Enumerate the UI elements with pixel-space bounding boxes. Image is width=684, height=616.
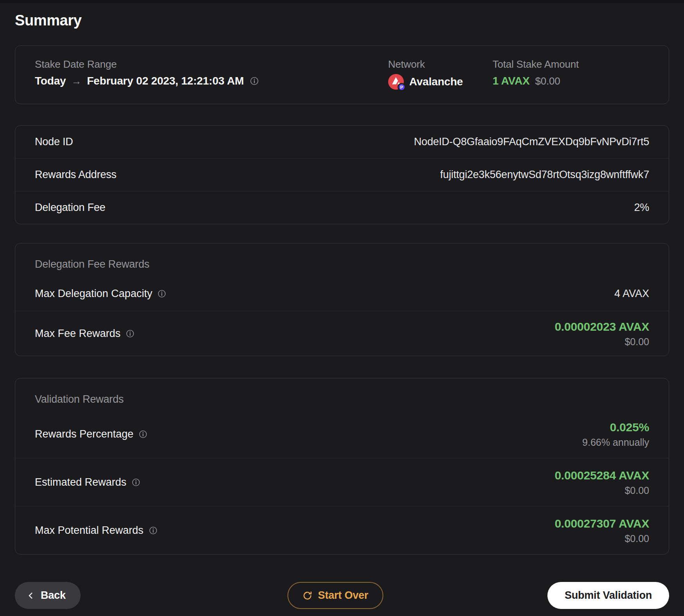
max-delegation-capacity-label: Max Delegation Capacity xyxy=(35,288,152,300)
max-potential-rewards-usd: $0.00 xyxy=(625,533,649,544)
info-icon[interactable] xyxy=(126,330,134,338)
max-potential-rewards-label: Max Potential Rewards xyxy=(35,524,144,537)
info-icon[interactable] xyxy=(158,290,166,298)
rewards-percentage-annual: 9.66% annually xyxy=(582,437,649,448)
stake-date-range-field: Stake Date Range Today → February 02 202… xyxy=(35,58,388,90)
chevron-left-icon xyxy=(27,591,35,600)
rewards-percentage-row: Rewards Percentage 0.025% 9.66% annually xyxy=(15,410,669,458)
back-button-label: Back xyxy=(41,589,66,602)
back-button[interactable]: Back xyxy=(15,582,81,609)
max-delegation-capacity-value: 4 AVAX xyxy=(614,288,649,300)
validation-rewards-title: Validation Rewards xyxy=(15,378,669,405)
avalanche-p-chain-icon: P xyxy=(388,74,404,90)
info-icon[interactable] xyxy=(250,77,259,85)
delegation-fee-value: 2% xyxy=(634,202,649,214)
stake-overview-card: Stake Date Range Today → February 02 202… xyxy=(15,45,669,104)
max-delegation-capacity-row: Max Delegation Capacity 4 AVAX xyxy=(15,279,669,311)
total-stake-usd: $0.00 xyxy=(535,74,560,88)
delegation-fee-rewards-title: Delegation Fee Rewards xyxy=(15,243,669,270)
p-chain-badge: P xyxy=(398,83,406,91)
page-title: Summary xyxy=(15,12,669,29)
network-label: Network xyxy=(388,58,493,70)
restart-icon xyxy=(302,591,313,601)
stake-date-range-label: Stake Date Range xyxy=(35,58,388,70)
max-fee-rewards-value: 0.00002023 AVAX xyxy=(554,320,649,334)
node-id-value: NodeID-Q8Gfaaio9FAqCmZVEXDq9bFvNPvDi7rt5 xyxy=(414,136,649,148)
node-id-label: Node ID xyxy=(35,136,73,148)
stake-date-from: Today xyxy=(35,74,66,88)
total-stake-field: Total Stake Amount 1 AVAX $0.00 xyxy=(493,58,649,90)
total-stake-label: Total Stake Amount xyxy=(493,58,649,70)
rewards-address-label: Rewards Address xyxy=(35,169,117,181)
rewards-percentage-value: 0.025% xyxy=(610,420,649,434)
max-fee-rewards-usd: $0.00 xyxy=(625,336,649,347)
delegation-fee-row: Delegation Fee 2% xyxy=(15,191,669,224)
footer-actions: Back Start Over Submit Validation xyxy=(15,582,669,609)
info-icon[interactable] xyxy=(149,526,157,535)
info-icon[interactable] xyxy=(139,430,147,438)
start-over-button-label: Start Over xyxy=(318,589,369,602)
delegation-fee-label: Delegation Fee xyxy=(35,202,105,214)
total-stake-amount: 1 AVAX xyxy=(493,74,530,88)
estimated-rewards-label: Estimated Rewards xyxy=(35,476,126,488)
submit-validation-button-label: Submit Validation xyxy=(565,589,652,602)
top-edge-strip xyxy=(0,0,684,3)
delegation-fee-rewards-card: Delegation Fee Rewards Max Delegation Ca… xyxy=(15,243,669,356)
rewards-address-row: Rewards Address fujittgi2e3k56enytwSd78r… xyxy=(15,158,669,191)
rewards-percentage-label: Rewards Percentage xyxy=(35,428,133,440)
max-fee-rewards-row: Max Fee Rewards 0.00002023 AVAX $0.00 xyxy=(15,311,669,356)
start-over-button[interactable]: Start Over xyxy=(288,582,383,609)
max-potential-rewards-row: Max Potential Rewards 0.00027307 AVAX $0… xyxy=(15,506,669,554)
validation-rewards-card: Validation Rewards Rewards Percentage 0.… xyxy=(15,378,669,555)
arrow-right-icon: → xyxy=(71,74,81,88)
estimated-rewards-row: Estimated Rewards 0.00025284 AVAX $0.00 xyxy=(15,458,669,506)
submit-validation-button[interactable]: Submit Validation xyxy=(547,582,669,609)
max-fee-rewards-label: Max Fee Rewards xyxy=(35,328,121,340)
stake-date-to: February 02 2023, 12:21:03 AM xyxy=(87,74,244,88)
estimated-rewards-value: 0.00025284 AVAX xyxy=(554,468,649,483)
node-id-row: Node ID NodeID-Q8Gfaaio9FAqCmZVEXDq9bFvN… xyxy=(15,126,669,158)
rewards-address-value: fujittgi2e3k56enytwSd78rtOtsq3izg8wnftff… xyxy=(440,169,649,181)
info-icon[interactable] xyxy=(132,478,140,486)
summary-panel: Summary Stake Date Range Today → Februar… xyxy=(0,12,684,609)
network-field: Network P Avalanche xyxy=(388,58,493,90)
network-value: Avalanche xyxy=(409,75,463,89)
estimated-rewards-usd: $0.00 xyxy=(625,485,649,496)
node-details-card: Node ID NodeID-Q8Gfaaio9FAqCmZVEXDq9bFvN… xyxy=(15,125,669,224)
max-potential-rewards-value: 0.00027307 AVAX xyxy=(554,517,649,531)
